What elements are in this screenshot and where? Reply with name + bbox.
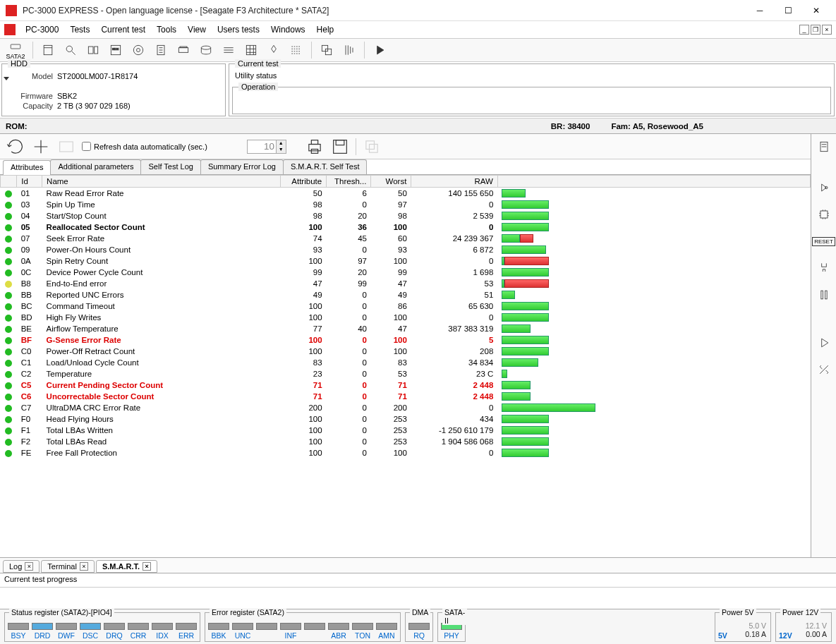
tb-btn-6[interactable] [150, 40, 171, 60]
menu-help[interactable]: Help [311, 23, 340, 36]
table-row[interactable]: 01Raw Read Error Rate50650140 155 650 [1, 188, 811, 200]
rb-btn-scroll-icon[interactable] [814, 137, 834, 157]
rb-btn-play-small-icon[interactable] [814, 333, 834, 353]
tab-additional-parameters[interactable]: Additional parameters [50, 159, 141, 174]
svg-rect-13 [246, 45, 255, 54]
status-led: BSY [8, 623, 29, 640]
rb-btn-chip-icon[interactable] [814, 205, 834, 224]
svg-rect-4 [95, 47, 98, 54]
table-row[interactable]: 04Start/Stop Count9820982 539 [1, 210, 811, 221]
rb-btn-tools-icon[interactable] [814, 360, 834, 379]
tb-btn-12[interactable] [286, 40, 307, 60]
menu-users-tests[interactable]: Users tests [212, 23, 265, 36]
table-row[interactable]: FEFree Fall Protection10001000 [1, 447, 811, 458]
table-row[interactable]: BFG-Sense Error Rate10001005 [1, 334, 811, 346]
utility-status: Utility status [229, 68, 834, 83]
table-row[interactable]: F2Total LBAs Read10002531 904 586 068 [1, 436, 811, 447]
hdd-model: ST2000LM007-1R8174 [57, 72, 138, 80]
tb-btn-13[interactable] [316, 40, 337, 60]
status-dot-icon [5, 213, 12, 220]
table-row[interactable]: 09Power-On Hours Count930936 872 [1, 244, 811, 255]
btab-smart[interactable]: S.M.A.R.T.× [96, 560, 157, 573]
btab-terminal[interactable]: Terminal× [41, 560, 95, 573]
table-row[interactable]: 03Spin Up Time980970 [1, 199, 811, 210]
tb-btn-11[interactable] [263, 40, 284, 60]
refresh-interval-spinner[interactable]: ▲▼ [247, 140, 286, 154]
status-dot-icon [5, 394, 12, 401]
tab-self-test-log[interactable]: Self Test Log [140, 159, 200, 174]
table-row[interactable]: 0ASpin Retry Count100971000 [1, 255, 811, 267]
tab-summary-error-log[interactable]: Summary Error Log [200, 159, 284, 174]
table-row[interactable]: BEAirflow Temperature774047387 383 319 [1, 323, 811, 334]
table-row[interactable]: BDHigh Fly Writes10001000 [1, 312, 811, 323]
tb-btn-4[interactable]: 9600 [105, 40, 126, 60]
table-row[interactable]: 07Seek Error Rate74456024 239 367 [1, 233, 811, 244]
table-row[interactable]: F1Total LBAs Written1000253-1 250 610 17… [1, 425, 811, 436]
svg-rect-16 [60, 142, 73, 152]
ab-refresh-icon[interactable] [6, 137, 25, 157]
table-row[interactable]: BCCommand Timeout10008665 630 [1, 300, 811, 312]
tab-attributes[interactable]: Attributes [3, 160, 51, 175]
tb-play-button[interactable] [369, 40, 390, 60]
table-row[interactable]: C5Current Pending Sector Count710712 448 [1, 379, 811, 391]
tb-btn-2[interactable] [60, 40, 81, 60]
table-row[interactable]: 0CDevice Power Cycle Count9920991 698 [1, 267, 811, 278]
ab-copy-icon[interactable] [362, 137, 382, 157]
menu-tools[interactable]: Tools [151, 23, 182, 36]
rb-reset-button[interactable]: RESET [814, 231, 834, 251]
table-row[interactable]: C7UltraDMA CRC Error Rate20002000 [1, 402, 811, 413]
status-led: DRD [32, 623, 53, 640]
menu-tests[interactable]: Tests [64, 23, 95, 36]
ab-btn-3[interactable] [56, 137, 76, 157]
tb-btn-1[interactable] [37, 40, 59, 60]
close-button[interactable]: ✕ [802, 1, 830, 20]
ab-save-icon[interactable] [330, 137, 350, 157]
status-dot-icon [5, 190, 12, 198]
status-led: ERR [176, 623, 197, 640]
rb-btn-power-icon[interactable] [814, 178, 834, 198]
table-row[interactable]: F0Head Flying Hours1000253434 [1, 413, 811, 425]
close-icon[interactable]: × [143, 562, 151, 571]
close-icon[interactable]: × [80, 562, 88, 571]
tb-btn-5[interactable] [128, 40, 149, 60]
minimize-button[interactable]: ─ [746, 1, 774, 20]
close-icon[interactable]: × [25, 562, 33, 571]
btab-log[interactable]: Log× [3, 560, 40, 573]
svg-rect-21 [336, 140, 344, 145]
table-row[interactable]: C0Power-Off Retract Count1000100208 [1, 346, 811, 357]
ab-btn-2[interactable] [31, 137, 51, 157]
tab-smart-self-test[interactable]: S.M.A.R.T. Self Test [283, 159, 368, 174]
port-button[interactable]: SATA2 [3, 40, 28, 60]
menu-view[interactable]: View [182, 23, 212, 36]
table-row[interactable]: C2Temperature2305323 C [1, 368, 811, 379]
mdi-minimize[interactable]: _ [799, 25, 809, 35]
menu-bar: PC-3000 Tests Current test Tools View Us… [0, 21, 836, 38]
svg-rect-18 [311, 140, 317, 144]
table-row[interactable]: BBReported UNC Errors4904951 [1, 289, 811, 300]
refresh-auto-checkbox[interactable] [82, 142, 91, 151]
tb-btn-14[interactable] [339, 40, 360, 60]
ab-print-icon[interactable] [305, 137, 325, 157]
power-5v-group: Power 5V 5.0 V 0.18 A 5V [715, 612, 771, 642]
menu-current-test[interactable]: Current test [95, 23, 151, 36]
smart-attributes-table[interactable]: Id Name Attribute Thresh... Worst RAW 01… [0, 175, 811, 553]
tb-btn-10[interactable] [241, 40, 262, 60]
mdi-restore[interactable]: ❐ [811, 25, 820, 35]
rb-btn-connector-icon[interactable] [814, 258, 834, 278]
hdd-dropdown[interactable] [4, 77, 9, 80]
rb-pause-button[interactable] [814, 285, 834, 305]
tb-btn-7[interactable] [173, 40, 194, 60]
menu-pc3000[interactable]: PC-3000 [20, 23, 64, 36]
menu-windows[interactable]: Windows [265, 23, 311, 36]
mdi-close[interactable]: × [822, 25, 832, 35]
tb-btn-3[interactable] [83, 40, 104, 60]
status-led: UNC [232, 623, 253, 640]
tb-btn-9[interactable] [218, 40, 239, 60]
maximize-button[interactable]: ☐ [774, 1, 802, 20]
table-row[interactable]: 05Reallocated Sector Count100361000 [1, 221, 811, 233]
status-dot-icon [5, 236, 12, 243]
table-row[interactable]: B8End-to-End error47994753 [1, 278, 811, 289]
tb-btn-8[interactable] [195, 40, 217, 60]
table-row[interactable]: C1Load/Unload Cycle Count8308334 834 [1, 357, 811, 368]
table-row[interactable]: C6Uncorrectable Sector Count710712 448 [1, 391, 811, 402]
